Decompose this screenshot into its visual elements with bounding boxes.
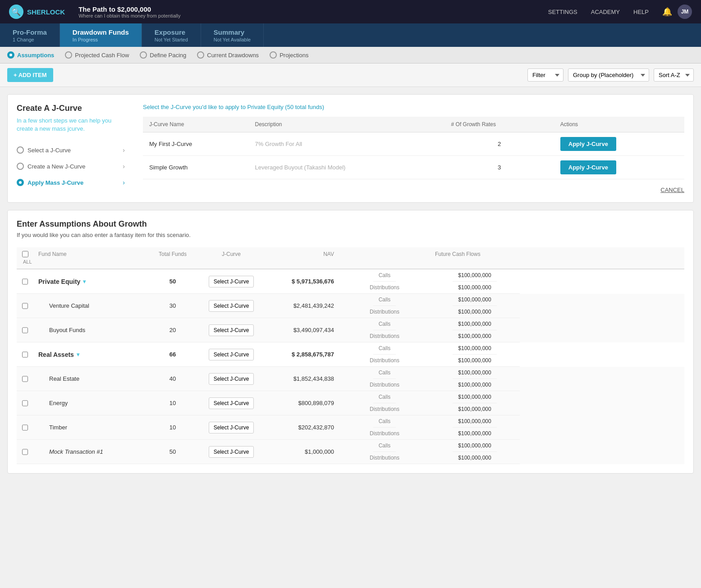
timber-jcurve-cell: Select J-Curve — [195, 415, 267, 440]
vc-checkbox-cell — [17, 294, 33, 318]
apply-jcurve-btn-1[interactable]: Apply J-Curve — [560, 137, 616, 151]
header-future-cash: Future Cash Flows — [430, 247, 520, 269]
radio-projected-cashflow — [65, 51, 72, 59]
jcurve-col-desc: Description — [248, 117, 444, 132]
timber-nav: $202,432,870 — [267, 415, 339, 440]
subnav-projected-cashflow[interactable]: Projected Cash Flow — [65, 51, 129, 59]
re-dist-amount: $100,000,000 — [453, 379, 496, 391]
energy-checkbox[interactable] — [22, 400, 28, 406]
re-calls-amount: $100,000,000 — [453, 367, 496, 379]
vc-checkbox[interactable] — [22, 303, 28, 309]
academy-link[interactable]: ACADEMY — [591, 9, 620, 15]
pe-dist-label: Distributions — [364, 282, 405, 293]
energy-calls-label: Calls — [373, 391, 396, 403]
cancel-link[interactable]: CANCEL — [143, 187, 684, 193]
pe-total-funds: 50 — [150, 269, 195, 294]
ra-nav: $ 2,858,675,787 — [267, 342, 339, 367]
tab-exposure[interactable]: Exposure Not Yet Started — [142, 23, 201, 47]
jcurve-title: Create A J-Curve — [17, 104, 125, 113]
step-label-3: Apply Mass J-Curve — [27, 179, 119, 186]
fund-row-venture-capital: Venture Capital 30 Select J-Curve $2,481… — [17, 294, 684, 318]
buyout-dist-amount: $100,000,000 — [453, 330, 496, 342]
re-name-cell: Real Estate — [33, 367, 150, 391]
apply-jcurve-btn-2[interactable]: Apply J-Curve — [560, 160, 616, 174]
mock-checkbox[interactable] — [22, 449, 28, 455]
group-by-select[interactable]: Group by (Placeholder) — [568, 68, 649, 82]
settings-link[interactable]: SETTINGS — [548, 9, 577, 15]
buyout-total-funds: 20 — [150, 318, 195, 342]
page-subtitle: Where can I obtain this money from poten… — [78, 13, 180, 18]
re-nav: $1,852,434,838 — [267, 367, 339, 391]
pe-nav: $ 5,971,536,676 — [267, 269, 339, 294]
mock-select-jcurve-btn[interactable]: Select J-Curve — [209, 446, 254, 458]
chevron-right-icon-1: › — [123, 146, 125, 154]
pe-checkbox[interactable] — [22, 278, 28, 285]
buyout-checkbox-cell — [17, 318, 33, 342]
all-label: ALL — [23, 259, 32, 264]
timber-select-jcurve-btn[interactable]: Select J-Curve — [209, 422, 254, 433]
ra-dropdown-icon[interactable]: ▾ — [77, 351, 79, 358]
chevron-right-icon-3: › — [123, 179, 125, 186]
energy-calls-amount: $100,000,000 — [453, 391, 496, 403]
energy-select-jcurve-btn[interactable]: Select J-Curve — [209, 397, 254, 409]
timber-checkbox[interactable] — [22, 424, 28, 431]
subnav-define-pacing[interactable]: Define Pacing — [140, 51, 186, 59]
vc-dist-label: Distributions — [364, 306, 405, 318]
re-cash-col: $100,000,000 $100,000,000 — [430, 367, 520, 391]
ra-checkbox[interactable] — [22, 351, 28, 358]
buyout-cash-col: $100,000,000 $100,000,000 — [430, 318, 520, 342]
notification-bell-icon[interactable]: 🔔 — [662, 7, 672, 17]
ra-select-jcurve-btn[interactable]: Select J-Curve — [209, 349, 254, 360]
radio-assumptions — [7, 51, 14, 59]
jcurve-row2-growth: 3 — [445, 156, 554, 179]
logo[interactable]: 🔍 SHERLOCK — [9, 5, 65, 19]
jcurve-col-actions: Actions — [554, 117, 684, 132]
pe-dropdown-icon[interactable]: ▾ — [83, 278, 86, 285]
subnav-projections[interactable]: Projections — [270, 51, 308, 59]
pe-name-cell: Private Equity ▾ — [33, 269, 150, 294]
tab-summary[interactable]: Summary Not Yet Available — [201, 23, 264, 47]
select-all-checkbox[interactable] — [22, 251, 28, 257]
step-label-1: Select a J-Curve — [27, 147, 119, 154]
sort-select[interactable]: Sort A-Z — [654, 68, 694, 82]
jcurve-section: Create A J-Curve In a few short steps we… — [7, 94, 694, 203]
pe-select-jcurve-btn[interactable]: Select J-Curve — [209, 276, 254, 287]
ra-checkbox-cell — [17, 342, 33, 367]
radio-projections — [270, 51, 277, 59]
add-item-button[interactable]: + ADD ITEM — [7, 68, 53, 82]
re-checkbox[interactable] — [22, 376, 28, 382]
avatar[interactable]: JM — [678, 5, 692, 19]
timber-dist-amount: $100,000,000 — [453, 428, 496, 439]
step-create-jcurve[interactable]: Create a New J-Curve › — [17, 158, 125, 174]
fund-row-buyout: Buyout Funds 20 Select J-Curve $3,490,09… — [17, 318, 684, 342]
mock-name-cell: Mock Transaction #1 — [33, 440, 150, 464]
tab-pro-forma[interactable]: Pro-Forma 1 Change — [0, 23, 60, 47]
buyout-select-jcurve-btn[interactable]: Select J-Curve — [209, 324, 254, 336]
ra-jcurve-cell: Select J-Curve — [195, 342, 267, 367]
subnav-current-drawdowns[interactable]: Current Drawdowns — [197, 51, 259, 59]
filter-select[interactable]: Filter — [527, 68, 564, 82]
timber-dist-label: Distributions — [364, 428, 405, 439]
jcurve-subtitle: Select the J-Curve you'd like to apply t… — [143, 104, 684, 110]
jcurve-row2-name: Simple Growth — [143, 156, 248, 179]
buyout-calls-label: Calls — [373, 318, 396, 330]
vc-calls-amount: $100,000,000 — [453, 294, 496, 306]
vc-jcurve-cell: Select J-Curve — [195, 294, 267, 318]
jcurve-steps: Select a J-Curve › Create a New J-Curve … — [17, 142, 125, 191]
subnav-assumptions[interactable]: Assumptions — [7, 51, 54, 59]
header-total-funds: Total Funds — [150, 247, 195, 269]
energy-nav: $800,898,079 — [267, 391, 339, 415]
buyout-checkbox[interactable] — [22, 327, 28, 333]
buyout-name-cell: Buyout Funds — [33, 318, 150, 342]
step-select-jcurve[interactable]: Select a J-Curve › — [17, 142, 125, 158]
radio-define-pacing — [140, 51, 147, 59]
help-link[interactable]: HELP — [633, 9, 649, 15]
timber-calls-col: Calls Distributions — [339, 415, 430, 440]
re-total-funds: 40 — [150, 367, 195, 391]
tab-drawdown-funds[interactable]: Drawdown Funds In Progress — [60, 23, 142, 47]
step-apply-mass-jcurve[interactable]: Apply Mass J-Curve › — [17, 174, 125, 191]
re-select-jcurve-btn[interactable]: Select J-Curve — [209, 373, 254, 385]
vc-select-jcurve-btn[interactable]: Select J-Curve — [209, 300, 254, 312]
timber-checkbox-cell — [17, 415, 33, 440]
jcurve-row1-growth: 2 — [445, 132, 554, 156]
